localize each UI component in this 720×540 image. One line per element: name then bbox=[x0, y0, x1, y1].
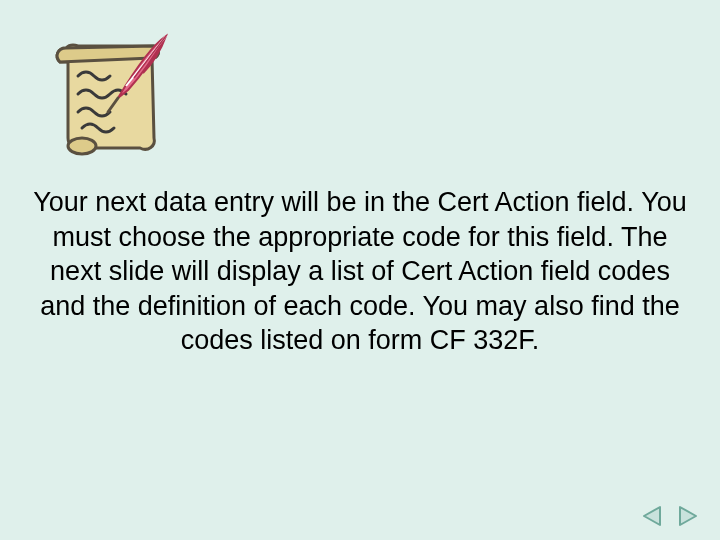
svg-marker-2 bbox=[644, 507, 660, 525]
slide-body-text: Your next data entry will be in the Cert… bbox=[25, 185, 695, 358]
svg-point-0 bbox=[68, 138, 96, 154]
triangle-left-icon bbox=[640, 504, 664, 528]
svg-marker-3 bbox=[680, 507, 696, 525]
scroll-quill-icon bbox=[48, 28, 168, 168]
triangle-right-icon bbox=[676, 504, 700, 528]
next-slide-button[interactable] bbox=[674, 504, 702, 528]
prev-slide-button[interactable] bbox=[638, 504, 666, 528]
slide-nav bbox=[638, 504, 702, 528]
